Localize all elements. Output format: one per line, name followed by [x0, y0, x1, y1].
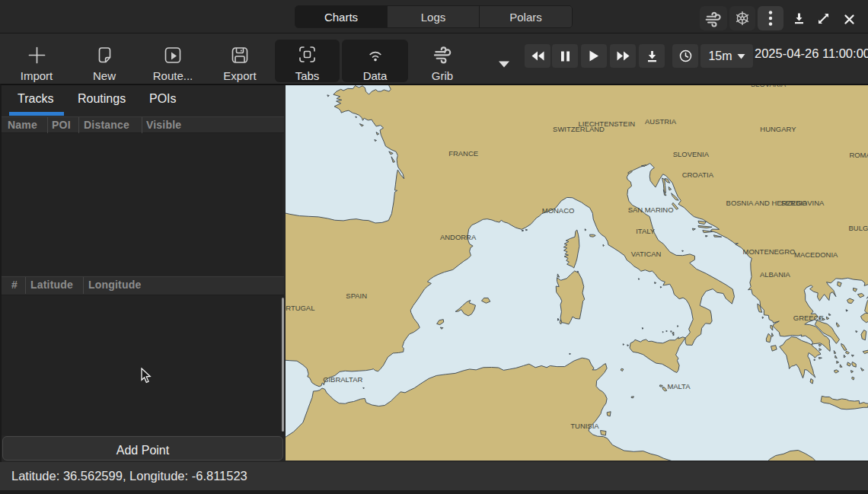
svg-text:HUNGARY: HUNGARY: [760, 125, 796, 133]
svg-text:SLOVENIA: SLOVENIA: [673, 150, 710, 158]
svg-text:BULGARIA: BULGARIA: [849, 224, 868, 232]
svg-text:CROATIA: CROATIA: [682, 171, 714, 179]
svg-text:ANDORRA: ANDORRA: [440, 233, 477, 241]
svg-text:SLOVAKIA: SLOVAKIA: [751, 84, 787, 88]
svg-text:SPAIN: SPAIN: [346, 292, 367, 300]
svg-text:SERBIA: SERBIA: [780, 199, 807, 207]
svg-text:TUNISIA: TUNISIA: [570, 422, 599, 430]
svg-text:ROMANIA: ROMANIA: [849, 151, 868, 159]
svg-text:PORTUGAL: PORTUGAL: [286, 304, 314, 312]
svg-text:MONACO: MONACO: [542, 206, 575, 215]
svg-text:FRANCE: FRANCE: [448, 149, 478, 158]
svg-text:MONTENEGRO: MONTENEGRO: [743, 247, 796, 256]
svg-text:MALTA: MALTA: [667, 382, 691, 390]
svg-text:ALBANIA: ALBANIA: [760, 270, 791, 279]
svg-text:SAN MARINO: SAN MARINO: [628, 206, 674, 214]
svg-text:SWITZERLAND: SWITZERLAND: [553, 125, 605, 133]
svg-text:GREECE: GREECE: [793, 314, 824, 322]
svg-text:ITALY: ITALY: [636, 227, 656, 235]
svg-text:AUSTRIA: AUSTRIA: [645, 117, 677, 126]
svg-text:BOSNIA AND HERZEGOVINA: BOSNIA AND HERZEGOVINA: [726, 199, 825, 207]
svg-text:GIBRALTAR: GIBRALTAR: [323, 375, 362, 384]
svg-text:MACEDONIA: MACEDONIA: [794, 250, 838, 259]
svg-text:VATICAN: VATICAN: [631, 250, 662, 258]
